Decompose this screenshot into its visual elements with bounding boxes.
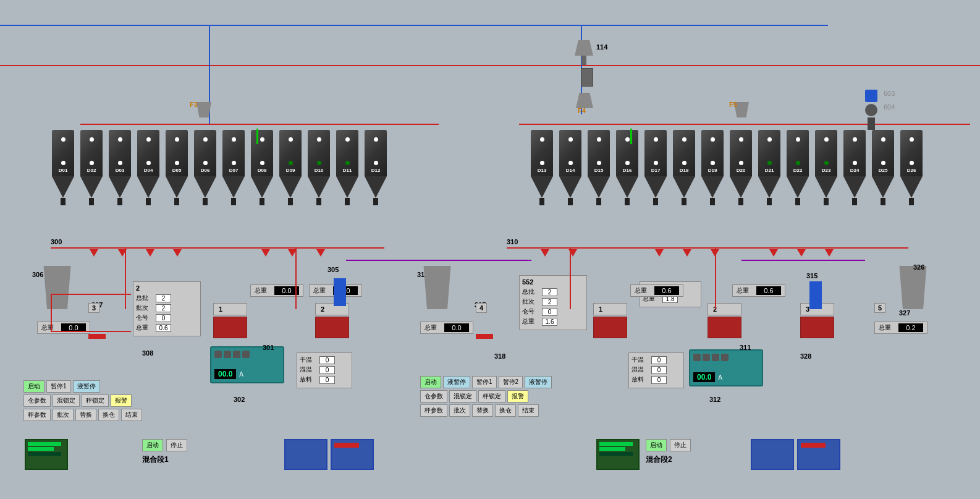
mini-screen-blue-right <box>751 439 794 470</box>
silo-d05[interactable]: D05 <box>163 130 190 205</box>
silo-d17[interactable]: D17 <box>642 130 669 205</box>
right-hopper-316 <box>420 266 454 309</box>
weight-box-far-right: 总重 0.2 <box>874 322 927 334</box>
btn-start-right[interactable]: 启动 <box>420 376 441 388</box>
equipment-603-604: 603 604 <box>865 90 877 130</box>
valve-left-5 <box>261 249 270 257</box>
silo-d06[interactable]: D06 <box>192 130 219 205</box>
silo-d22[interactable]: D22 <box>784 130 811 205</box>
btn-pause1-left[interactable]: 暂停1 <box>46 380 71 393</box>
right-weight-box-316: 总重 0.0 <box>420 322 473 334</box>
red-line2 <box>80 124 439 125</box>
valve-right-3 <box>655 249 664 257</box>
valve-right-6 <box>769 249 778 257</box>
btn-batch-left[interactable]: 批次 <box>53 409 74 421</box>
btn-mix-lock-left[interactable]: 混锁定 <box>53 395 80 407</box>
silo-d01[interactable]: D01 <box>49 130 77 205</box>
silo-d04[interactable]: D04 <box>135 130 162 205</box>
mixer-301[interactable]: 00.0 A <box>210 346 284 383</box>
silo-d25[interactable]: D25 <box>869 130 897 205</box>
silo-d19[interactable]: D19 <box>699 130 726 205</box>
silo-d03[interactable]: D03 <box>106 130 133 205</box>
badge-3-left: 3 <box>88 303 99 313</box>
left-weight-box: 总重 0.0 <box>37 322 90 334</box>
valve-left-7 <box>316 249 325 257</box>
btn-stop-right[interactable]: 液暂停 <box>525 376 552 388</box>
btn-change-bin-left[interactable]: 换仓 <box>98 409 119 421</box>
btn-start-mix-left[interactable]: 启动 <box>142 439 163 451</box>
mix-section-left-label: 混合段1 <box>142 454 187 465</box>
scale-2-right: 2 <box>708 303 741 338</box>
vline-pipe-1 <box>125 247 126 309</box>
btn-weigh-params-right[interactable]: 秤参数 <box>420 404 447 417</box>
bottom-right-controls: 启动 停止 混合段2 <box>609 439 691 465</box>
mini-screen-blue-left <box>284 439 327 470</box>
btn-config-left[interactable]: 仓参数 <box>23 395 51 407</box>
silo-d20[interactable]: D20 <box>727 130 754 205</box>
label-302: 302 <box>234 396 245 403</box>
valve-right-7 <box>797 249 806 257</box>
btn-liquid-stop-right[interactable]: 液暂停 <box>443 376 470 388</box>
silo-d23[interactable]: D23 <box>813 130 840 205</box>
btn-weigh-lock-left[interactable]: 秤锁定 <box>82 395 109 407</box>
label-311: 311 <box>740 344 751 351</box>
silo-d24[interactable]: D24 <box>841 130 868 205</box>
silo-d07[interactable]: D07 <box>220 130 247 205</box>
btn-stop-mix-left[interactable]: 停止 <box>166 439 187 451</box>
btn-report-right[interactable]: 报警 <box>507 390 528 403</box>
f5-area: F5 <box>732 102 751 117</box>
silo-d13[interactable]: D13 <box>528 130 555 205</box>
silo-d21[interactable]: D21 <box>756 130 783 205</box>
btn-replace-left[interactable]: 替换 <box>75 409 96 421</box>
btn-batch-right[interactable]: 批次 <box>449 404 470 417</box>
mixer-311[interactable]: 00.0 A <box>689 349 763 386</box>
silo-d15[interactable]: D15 <box>585 130 612 205</box>
hopper-326 <box>896 266 930 309</box>
silo-d14[interactable]: D14 <box>557 130 584 205</box>
equipment-below-114 <box>581 68 593 87</box>
btn-report-left[interactable]: 报警 <box>111 395 132 407</box>
silo-d02[interactable]: D02 <box>78 130 105 205</box>
btn-pause2-right[interactable]: 暂停2 <box>499 376 523 388</box>
label-327: 327 <box>899 309 910 317</box>
valve-right-4 <box>683 249 691 257</box>
btn-weigh-lock-right[interactable]: 秤锁定 <box>478 390 505 403</box>
badge-5-right: 5 <box>874 303 885 313</box>
btn-mix-lock-right[interactable]: 混锁定 <box>449 390 476 403</box>
btn-weigh-params-left[interactable]: 秤参数 <box>23 409 51 421</box>
top-red-line <box>0 65 980 66</box>
btn-end-left[interactable]: 结束 <box>121 409 142 421</box>
silo-d12[interactable]: D12 <box>362 130 389 205</box>
f3-area: F3 <box>195 102 213 117</box>
silo-d08[interactable]: D08 <box>248 130 276 205</box>
red-bar-right <box>476 334 493 339</box>
label-301: 301 <box>263 344 274 351</box>
scale-1-left: 1 <box>213 303 247 338</box>
silo-d10[interactable]: D10 <box>305 130 332 205</box>
btn-start-left[interactable]: 启动 <box>23 380 44 393</box>
left-button-group: 启动 暂停1 液暂停 仓参数 混锁定 秤锁定 报警 秤参数 批次 替换 换仓 结… <box>23 380 215 421</box>
red-line-right-silos <box>507 247 908 249</box>
valve-right-1 <box>541 249 549 257</box>
vline-pipe-2 <box>295 247 297 309</box>
btn-config-right[interactable]: 仓参数 <box>420 390 447 403</box>
weight-box-scale2-right: 总重 0.6 <box>732 284 785 297</box>
btn-start-mix-right[interactable]: 启动 <box>646 439 667 451</box>
silo-d26[interactable]: D26 <box>898 130 925 205</box>
btn-pause1-right[interactable]: 暂停1 <box>472 376 497 388</box>
btn-stop-mix-right[interactable]: 停止 <box>670 439 691 451</box>
silo-d09[interactable]: D09 <box>277 130 304 205</box>
silo-d16[interactable]: D16 <box>614 130 641 205</box>
label-318: 318 <box>494 352 505 360</box>
silo-d18[interactable]: D18 <box>670 130 698 205</box>
weight-box-scale1-right: 总重 0.6 <box>630 284 683 297</box>
pipe-connect-left2 <box>51 331 131 332</box>
btn-end-right[interactable]: 结束 <box>518 404 539 417</box>
bottom-left-controls: 启动 停止 混合段1 <box>142 439 187 465</box>
btn-liquid-stop-left[interactable]: 液暂停 <box>73 380 100 393</box>
equipment-f4-funnel <box>576 93 593 108</box>
btn-replace-right[interactable]: 替换 <box>472 404 493 417</box>
silo-d11[interactable]: D11 <box>334 130 361 205</box>
label-310: 310 <box>507 238 518 245</box>
btn-change-bin-right[interactable]: 换仓 <box>495 404 516 417</box>
